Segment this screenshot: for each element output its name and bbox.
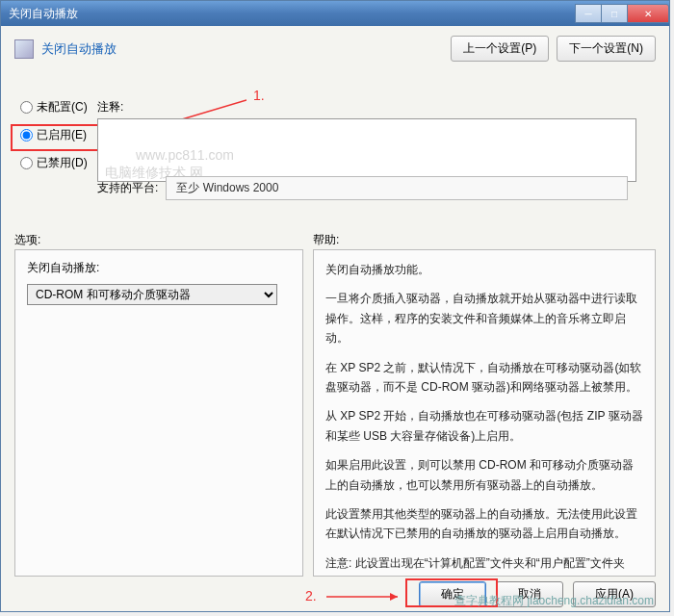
header-row: 关闭自动播放 上一个设置(P) 下一个设置(N) [14, 36, 656, 62]
maximize-button[interactable]: □ [601, 4, 628, 23]
next-setting-button[interactable]: 下一个设置(N) [557, 36, 656, 62]
window-title: 关闭自动播放 [9, 6, 78, 22]
comment-section: 注释: [97, 99, 652, 185]
policy-icon [14, 39, 34, 59]
dialog-content: 关闭自动播放 上一个设置(P) 下一个设置(N) 未配置(C) 已启用(E) 已… [1, 26, 669, 611]
prev-setting-button[interactable]: 上一个设置(P) [451, 36, 549, 62]
platform-row: 支持的平台: 至少 Windows 2000 [97, 176, 628, 200]
autoplay-off-label: 关闭自动播放: [27, 260, 291, 276]
comment-label: 注释: [97, 99, 652, 116]
options-label: 选项: [14, 232, 313, 248]
radio-not-configured-label: 未配置(C) [37, 99, 88, 116]
minimize-button[interactable]: ─ [575, 4, 602, 23]
options-panel: 关闭自动播放: CD-ROM 和可移动介质驱动器 [14, 249, 303, 577]
radio-enabled-label: 已启用(E) [37, 127, 87, 143]
panels: 关闭自动播放: CD-ROM 和可移动介质驱动器 关闭自动播放功能。 一旦将介质… [14, 249, 656, 577]
radio-not-configured-input[interactable] [20, 101, 33, 114]
titlebar: 关闭自动播放 ─ □ ✕ [1, 1, 669, 26]
radio-not-configured[interactable]: 未配置(C) [20, 99, 88, 116]
state-radio-group: 未配置(C) 已启用(E) 已禁用(D) [20, 99, 88, 171]
annotation-label-2: 2. [305, 588, 317, 603]
platform-label: 支持的平台: [97, 180, 158, 196]
autoplay-target-dropdown[interactable]: CD-ROM 和可移动介质驱动器 [27, 284, 277, 305]
policy-title: 关闭自动播放 [41, 40, 117, 58]
radio-disabled[interactable]: 已禁用(D) [20, 155, 88, 171]
nav-buttons: 上一个设置(P) 下一个设置(N) [451, 36, 656, 62]
radio-enabled-input[interactable] [20, 129, 33, 141]
help-text: 关闭自动播放功能。 [325, 260, 643, 279]
help-panel[interactable]: 关闭自动播放功能。 一旦将介质插入驱动器，自动播放就开始从驱动器中进行读取操作。… [313, 249, 656, 577]
help-text: 注意: 此设置出现在“计算机配置”文件夹和“用户配置”文件夹中。如果两个设置发生… [325, 553, 643, 577]
mid-section-labels: 选项: 帮助: [14, 232, 656, 248]
header-left: 关闭自动播放 [14, 39, 117, 59]
help-text: 在 XP SP2 之前，默认情况下，自动播放在可移动驱动器(如软盘驱动器，而不是… [325, 358, 643, 398]
help-label: 帮助: [313, 232, 339, 248]
copyright-watermark: 查字典教程网 jiaocheng.chazidian.com [454, 593, 654, 609]
dialog-window: 关闭自动播放 ─ □ ✕ 关闭自动播放 上一个设置(P) 下一个设置(N) 未配… [0, 0, 670, 612]
comment-textarea[interactable] [97, 118, 636, 182]
help-text: 如果启用此设置，则可以禁用 CD-ROM 和可移动介质驱动器上的自动播放，也可以… [325, 455, 643, 495]
radio-disabled-label: 已禁用(D) [37, 155, 88, 171]
help-text: 此设置禁用其他类型的驱动器上的自动播放。无法使用此设置在默认情况下已禁用的自动播… [325, 504, 643, 544]
help-text: 一旦将介质插入驱动器，自动播放就开始从驱动器中进行读取操作。这样，程序的安装文件… [325, 289, 643, 347]
close-button[interactable]: ✕ [627, 4, 669, 23]
radio-disabled-input[interactable] [20, 157, 33, 169]
help-text: 从 XP SP2 开始，自动播放也在可移动驱动器(包括 ZIP 驱动器和某些 U… [325, 406, 643, 446]
radio-enabled[interactable]: 已启用(E) [20, 127, 88, 143]
window-controls: ─ □ ✕ [576, 4, 669, 23]
platform-value: 至少 Windows 2000 [166, 176, 628, 200]
